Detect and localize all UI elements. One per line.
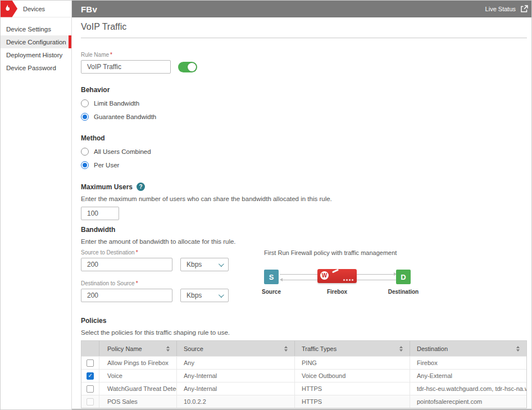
row-checkbox[interactable] (87, 385, 94, 393)
policies-table: Policy Name Source Traffic Types Destina… (81, 340, 527, 408)
header-checkbox-cell (81, 341, 99, 356)
external-link-icon (520, 5, 528, 13)
source-to-destination-label: Source to Destination* (81, 249, 244, 256)
radio-all-users-combined[interactable]: All Users Combined (81, 147, 527, 156)
device-title: FBv (81, 4, 97, 14)
method-heading: Method (81, 134, 527, 142)
chevron-down-icon (219, 292, 224, 298)
table-row: WatchGuard Threat Detectio... Any-Intern… (81, 382, 526, 395)
radio-label: Guarantee Bandwidth (94, 113, 156, 120)
cell-traffic-types: Voice Outbound (295, 370, 410, 382)
rule-name-label: Rule Name* (81, 52, 527, 58)
header-source[interactable]: Source (177, 341, 295, 356)
cell-traffic-types: HTTPS (295, 395, 410, 408)
required-asterisk: * (136, 280, 138, 286)
cell-destination: tdr-hsc-eu.watchguard.com, tdr-hsc-na.wa… (410, 382, 526, 395)
maximum-users-heading: Maximum Users (81, 183, 133, 191)
destination-to-source-input[interactable] (81, 289, 172, 302)
flame-icon (4, 4, 11, 13)
radio-icon[interactable] (81, 161, 89, 169)
rule-name-input[interactable] (81, 60, 171, 74)
policies-description: Select the policies for this traffic sha… (81, 329, 527, 336)
live-status-button[interactable]: Live Status (485, 5, 528, 13)
destination-node: D (396, 270, 411, 284)
page-title: VoIP Traffic (81, 22, 527, 38)
sidebar-brand-row: Devices (1, 1, 71, 17)
sort-icon[interactable] (399, 346, 403, 352)
live-status-label: Live Status (485, 6, 516, 12)
destination-node-label: Destination (387, 289, 420, 295)
sort-icon[interactable] (284, 346, 288, 352)
bandwidth-description: Enter the amount of bandwidth to allocat… (81, 238, 527, 245)
cell-policy-name: Allow Pings to Firebox (99, 357, 177, 369)
topbar: FBv Live Status (72, 1, 532, 17)
firebox-appliance-icon: W (317, 269, 357, 283)
sidebar-item-device-settings[interactable]: Device Settings (1, 22, 71, 35)
watchguard-logo (1, 1, 17, 17)
behavior-heading: Behavior (81, 86, 527, 94)
arrowhead-left-icon (280, 278, 283, 281)
traffic-diagram: First Run Firewall policy with traffic m… (264, 249, 438, 307)
source-node-label: Source (260, 289, 283, 295)
sidebar: Devices Device Settings Device Configura… (1, 1, 72, 409)
sidebar-item-device-configuration[interactable]: Device Configuration (1, 35, 71, 48)
radio-per-user[interactable]: Per User (81, 161, 527, 169)
sidebar-nav: Device Settings Device Configuration Dep… (1, 17, 71, 74)
app-window: Devices Device Settings Device Configura… (0, 0, 532, 410)
maximum-users-description: Enter the maximum number of users who ca… (81, 195, 527, 202)
sidebar-item-deployment-history[interactable]: Deployment History (1, 48, 71, 61)
rule-enabled-toggle[interactable] (178, 62, 197, 72)
required-asterisk: * (110, 52, 112, 58)
maximum-users-heading-row: Maximum Users ? (81, 183, 527, 191)
firebox-ports (343, 279, 353, 281)
radio-label: Per User (94, 162, 119, 168)
sidebar-item-device-password[interactable]: Device Password (1, 61, 71, 74)
header-policy-name[interactable]: Policy Name (99, 341, 177, 356)
table-row: Allow Pings to Firebox Any PING Firebox (81, 356, 526, 369)
firebox-detail (332, 269, 339, 274)
question-icon[interactable]: ? (137, 183, 145, 191)
policies-heading: Policies (81, 317, 527, 325)
destination-to-source-unit-select[interactable]: Kbps (180, 289, 229, 302)
sort-icon[interactable] (516, 346, 520, 352)
radio-icon[interactable] (81, 148, 89, 156)
row-checkbox[interactable] (87, 372, 94, 380)
header-traffic-types[interactable]: Traffic Types (295, 341, 410, 356)
bandwidth-heading: Bandwidth (81, 226, 527, 234)
row-checkbox[interactable] (87, 398, 94, 406)
cell-destination: Any-External (410, 370, 526, 382)
cell-source: Any-Internal (177, 370, 295, 382)
radio-icon[interactable] (81, 113, 89, 121)
cell-policy-name: POS Sales (99, 395, 177, 408)
diagram-caption: First Run Firewall policy with traffic m… (264, 249, 438, 256)
sidebar-item-label: Deployment History (6, 52, 62, 58)
table-row: POS Sales 10.0.2.2 HTTPS pointofsalerecp… (81, 395, 526, 408)
radio-icon[interactable] (81, 99, 89, 107)
radio-limit-bandwidth[interactable]: Limit Bandwidth (81, 99, 527, 107)
radio-guarantee-bandwidth[interactable]: Guarantee Bandwidth (81, 112, 527, 121)
rule-name-group: Rule Name* (81, 52, 527, 74)
sidebar-brand-label: Devices (23, 6, 45, 12)
sidebar-item-label: Device Configuration (6, 39, 66, 45)
radio-label: Limit Bandwidth (94, 100, 139, 107)
maximum-users-input[interactable] (81, 207, 119, 220)
cell-source: Any (177, 357, 295, 369)
source-node: S (264, 270, 279, 284)
source-to-destination-input[interactable] (81, 258, 172, 271)
cell-destination: Firebox (410, 357, 526, 369)
cell-policy-name: Voice (99, 370, 177, 382)
row-checkbox[interactable] (87, 359, 94, 367)
header-destination[interactable]: Destination (410, 341, 526, 356)
cell-policy-name: WatchGuard Threat Detectio... (99, 382, 177, 395)
sort-icon[interactable] (166, 346, 170, 352)
unit-value: Kbps (187, 261, 202, 268)
cell-destination: pointofsalerecpient.com (410, 395, 526, 408)
bandwidth-section: Source to Destination* Kbps Destination … (81, 249, 527, 307)
source-to-destination-unit-select[interactable]: Kbps (180, 258, 229, 271)
bandwidth-inputs: Source to Destination* Kbps Destination … (81, 249, 244, 307)
firebox-node-label: Firebox (317, 289, 357, 295)
content-area: VoIP Traffic Rule Name* Behavior Limit B… (72, 17, 532, 409)
main-panel: FBv Live Status VoIP Traffic Rule Name* … (72, 1, 532, 409)
cell-traffic-types: PING (295, 357, 410, 369)
cell-traffic-types: HTTPS (295, 382, 410, 395)
